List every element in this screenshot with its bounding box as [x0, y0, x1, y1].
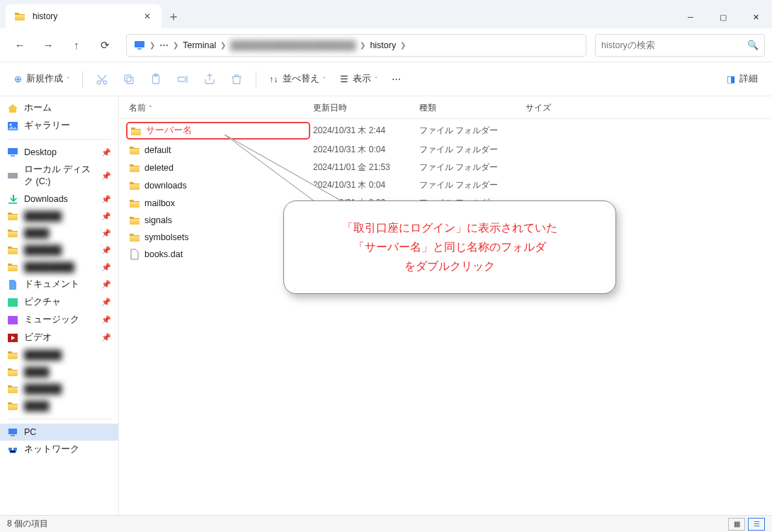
sidebar-item-documents[interactable]: ドキュメント📌 — [0, 276, 118, 293]
file-size — [523, 184, 615, 187]
file-row[interactable]: サーバー名2024/10/31 木 2:44ファイル フォルダー — [119, 120, 772, 141]
breadcrumb-item[interactable]: history — [367, 40, 399, 50]
video-icon — [7, 332, 18, 344]
minimize-button[interactable]: ─ — [674, 6, 707, 28]
pin-icon: 📌 — [101, 148, 111, 157]
sidebar-item-obscured[interactable]: ████ — [0, 363, 118, 380]
browser-tab[interactable]: history ✕ — [6, 4, 161, 28]
sort-dropdown[interactable]: ↑↓ 並べ替え ˇ — [262, 69, 333, 89]
sidebar-item-pictures[interactable]: ピクチャ📌 — [0, 293, 118, 311]
breadcrumb[interactable]: ❯ ⋯ ❯ Terminal ❯ ████████████████████ ❯ … — [126, 34, 586, 57]
sidebar-item-obscured[interactable]: ██████📌 — [0, 242, 118, 259]
view-label: 表示 — [353, 73, 371, 85]
details-view-button[interactable]: ☰ — [748, 518, 765, 531]
chevron-right-icon: ❯ — [219, 41, 227, 49]
svg-point-15 — [103, 81, 107, 84]
folder-icon — [129, 145, 140, 156]
pin-icon: 📌 — [101, 280, 111, 289]
refresh-button[interactable]: ⟳ — [92, 33, 118, 58]
sidebar-item-obscured[interactable]: ██████ — [0, 380, 118, 397]
share-button[interactable] — [196, 67, 223, 92]
copy-button[interactable] — [115, 67, 142, 92]
view-dropdown[interactable]: ☰ 表示 ˇ — [333, 69, 385, 89]
window-controls: ─ ▢ ✕ — [674, 6, 772, 28]
file-name: default — [144, 145, 171, 155]
navigation-sidebar[interactable]: ホーム ギャラリー Desktop📌 ローカル ディスク (C:)📌 Downl… — [0, 96, 119, 515]
sidebar-item-obscured[interactable]: ████████📌 — [0, 259, 118, 276]
sidebar-item-music[interactable]: ミュージック📌 — [0, 311, 118, 329]
folder-icon — [7, 366, 18, 378]
file-type: ファイル フォルダー — [416, 160, 523, 175]
delete-button[interactable] — [223, 67, 250, 92]
file-name: books.dat — [144, 249, 183, 259]
column-date[interactable]: 更新日時 — [310, 101, 416, 115]
details-label: 詳細 — [739, 73, 758, 85]
file-name-cell: books.dat — [126, 247, 310, 261]
column-size[interactable]: サイズ — [523, 101, 615, 115]
plus-circle-icon: ⊕ — [14, 74, 22, 84]
column-headers: 名前˄ 更新日時 種類 サイズ — [119, 96, 772, 119]
column-type[interactable]: 種類 — [416, 101, 523, 115]
sidebar-item-gallery[interactable]: ギャラリー — [0, 117, 118, 135]
file-row[interactable]: downloads2024/10/31 木 0:04ファイル フォルダー — [119, 176, 772, 194]
file-type: ファイル フォルダー — [416, 178, 523, 193]
new-dropdown[interactable]: ⊕ 新規作成 ˇ — [7, 69, 76, 89]
pin-icon: 📌 — [101, 246, 111, 255]
tab-title: history — [33, 11, 135, 21]
file-name: mailbox — [144, 198, 175, 208]
status-bar: 8 個の項目 ▦ ☰ — [0, 515, 772, 532]
folder-icon — [7, 349, 18, 361]
sidebar-item-network[interactable]: ネットワーク — [0, 441, 118, 458]
column-name[interactable]: 名前˄ — [126, 101, 310, 115]
thumbnail-view-button[interactable]: ▦ — [728, 518, 745, 531]
chevron-right-icon: ❯ — [358, 41, 367, 49]
forward-button[interactable]: → — [35, 33, 61, 58]
music-icon — [7, 315, 18, 326]
search-box[interactable]: 🔍 — [595, 34, 765, 57]
sidebar-item-downloads[interactable]: Downloads📌 — [0, 191, 118, 208]
command-toolbar: ⊕ 新規作成 ˇ ↑↓ 並べ替え ˇ ☰ 表示 ˇ ⋯ ◨ 詳細 — [0, 62, 772, 96]
svg-rect-17 — [125, 75, 131, 81]
folder-icon — [7, 383, 18, 395]
separator — [7, 139, 111, 140]
breadcrumb-item-obscured[interactable]: ████████████████████ — [227, 40, 358, 50]
folder-icon — [129, 162, 140, 174]
up-button[interactable]: ↑ — [64, 33, 89, 58]
sidebar-item-desktop[interactable]: Desktop📌 — [0, 144, 118, 161]
file-name-cell: symbolsets — [126, 230, 310, 244]
sidebar-item-obscured[interactable]: ████ — [0, 397, 118, 414]
sidebar-item-home[interactable]: ホーム — [0, 99, 118, 117]
new-tab-button[interactable]: ＋ — [161, 4, 186, 28]
sidebar-item-obscured[interactable]: ██████ — [0, 346, 118, 363]
main-area: ホーム ギャラリー Desktop📌 ローカル ディスク (C:)📌 Downl… — [0, 96, 772, 515]
file-name: symbolsets — [144, 232, 189, 242]
close-tab-icon[interactable]: ✕ — [142, 11, 153, 22]
annotation-callout: 「取引口座にログイン」に表示されていた 「サーバー名」と同じ名称のフォルダ をダ… — [283, 200, 616, 294]
sidebar-item-pc[interactable]: PC — [0, 424, 118, 441]
search-input[interactable] — [601, 40, 747, 50]
maximize-button[interactable]: ▢ — [707, 6, 739, 28]
breadcrumb-item[interactable]: Terminal — [180, 40, 219, 50]
sidebar-item-obscured[interactable]: ██████📌 — [0, 208, 118, 225]
folder-icon — [7, 400, 18, 412]
details-panel-button[interactable]: ◨ 詳細 — [720, 69, 765, 89]
close-window-button[interactable]: ✕ — [739, 6, 772, 28]
rename-button[interactable] — [169, 67, 196, 92]
back-button[interactable]: ← — [7, 33, 33, 58]
home-icon — [7, 103, 18, 114]
file-row[interactable]: deleted2024/11/01 金 21:53ファイル フォルダー — [119, 159, 772, 176]
file-row[interactable]: default2024/10/31 木 0:04ファイル フォルダー — [119, 141, 772, 159]
folder-icon — [129, 198, 140, 209]
sidebar-item-obscured[interactable]: ████📌 — [0, 225, 118, 242]
cut-button[interactable] — [89, 67, 115, 92]
more-button[interactable]: ⋯ — [385, 69, 408, 89]
file-name: サーバー名 — [146, 125, 192, 137]
sidebar-item-local-disk[interactable]: ローカル ディスク (C:)📌 — [0, 161, 118, 191]
search-icon[interactable]: 🔍 — [747, 40, 759, 50]
file-name: deleted — [144, 163, 174, 173]
file-type: ファイル フォルダー — [416, 123, 523, 138]
breadcrumb-ellipsis[interactable]: ⋯ — [157, 40, 171, 50]
sidebar-item-videos[interactable]: ビデオ📌 — [0, 329, 118, 346]
paste-button[interactable] — [142, 67, 169, 92]
sort-indicator-icon: ˄ — [149, 105, 152, 112]
